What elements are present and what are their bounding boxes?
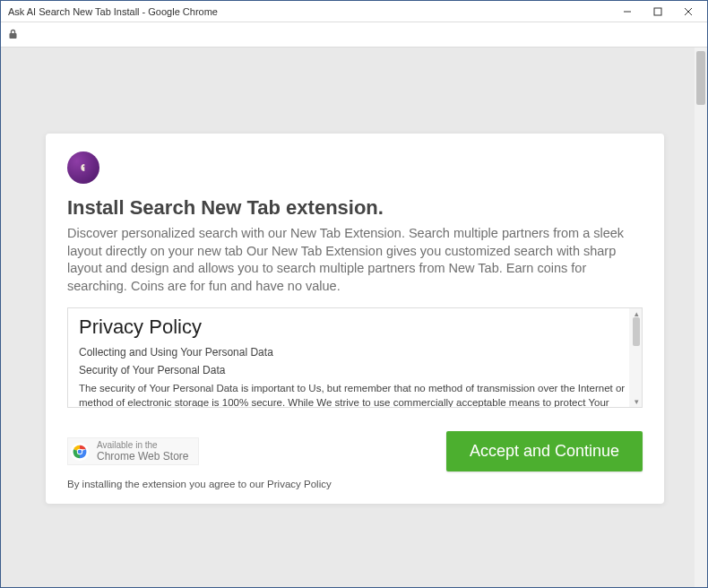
accept-continue-button[interactable]: Accept and Continue: [446, 431, 643, 471]
card-description: Discover personalized search with our Ne…: [67, 225, 643, 295]
policy-scroll-thumb[interactable]: [633, 317, 640, 346]
close-button[interactable]: [673, 2, 704, 22]
policy-scrollbar[interactable]: ▴ ▾: [629, 308, 642, 407]
privacy-policy-box[interactable]: Privacy Policy Collecting and Using Your…: [67, 307, 643, 408]
chrome-web-store-badge[interactable]: Available in the Chrome Web Store: [67, 437, 199, 465]
svg-point-6: [83, 166, 84, 167]
chrome-icon: [70, 442, 90, 462]
maximize-button[interactable]: [643, 2, 673, 22]
extension-logo-icon: [67, 151, 99, 184]
store-line2: Chrome Web Store: [97, 451, 189, 463]
policy-title: Privacy Policy: [79, 316, 626, 339]
minimize-button[interactable]: [612, 2, 643, 22]
svg-rect-1: [654, 8, 661, 15]
policy-sub1: Collecting and Using Your Personal Data: [79, 346, 626, 359]
policy-body: The security of Your Personal Data is im…: [79, 382, 626, 408]
store-text: Available in the Chrome Web Store: [97, 440, 189, 463]
svg-rect-4: [10, 33, 17, 39]
scroll-down-icon[interactable]: ▾: [635, 397, 639, 406]
policy-sub2: Security of Your Personal Data: [79, 364, 626, 376]
card-footer-row: Available in the Chrome Web Store Accept…: [67, 431, 643, 471]
address-bar[interactable]: [1, 22, 707, 48]
window-titlebar: Ask AI Search New Tab Install - Google C…: [1, 1, 707, 22]
install-card: Install Search New Tab extension. Discov…: [46, 134, 664, 504]
page-scrollbar[interactable]: [695, 48, 707, 587]
store-line1: Available in the: [97, 440, 158, 450]
svg-point-9: [78, 449, 82, 454]
page-viewport: pcrisk.com Install Search New Tab extens…: [1, 48, 707, 587]
card-heading: Install Search New Tab extension.: [67, 196, 643, 220]
window-controls: [612, 2, 704, 22]
lock-icon: [8, 29, 18, 41]
page-scroll-thumb[interactable]: [696, 51, 705, 105]
install-disclaimer: By installing the extension you agree to…: [67, 479, 643, 489]
window-title: Ask AI Search New Tab Install - Google C…: [8, 6, 612, 17]
